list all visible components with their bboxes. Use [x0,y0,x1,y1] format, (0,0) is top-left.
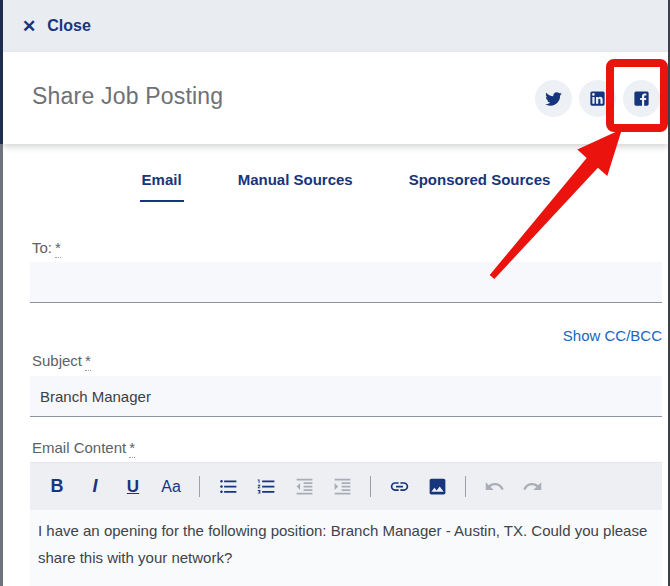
redo-icon [522,476,543,497]
close-label: Close [47,17,91,35]
indent-button[interactable] [323,468,361,506]
subject-input[interactable] [30,376,662,417]
outdent-button[interactable] [285,468,323,506]
italic-button[interactable]: I [76,468,114,506]
linkedin-share-button[interactable] [579,80,616,117]
email-body-link-line: https://app.hireology.com/offers/branch-… [38,579,654,586]
share-job-posting-modal: ✕ Close Share Job Posting [0,0,670,586]
facebook-icon [632,89,651,108]
redo-button[interactable] [513,468,551,506]
bold-button[interactable]: B [38,468,76,506]
email-content-label: Email Content* [32,439,135,456]
tab-sponsored-sources[interactable]: Sponsored Sources [407,167,553,202]
close-icon: ✕ [22,18,36,35]
image-icon [427,476,448,497]
to-input[interactable] [30,262,662,303]
linkedin-icon [588,89,607,108]
toolbar-divider [199,476,200,497]
email-body-paragraph: I have an opening for the following posi… [38,517,654,571]
bulleted-list-icon [218,476,239,497]
bulleted-list-button[interactable] [209,468,247,506]
twitter-icon [544,89,563,108]
modal-header: Share Job Posting [3,52,668,144]
subject-label: Subject* [32,352,91,369]
numbered-list-button[interactable] [247,468,285,506]
close-bar: ✕ Close [3,0,668,52]
email-content-editor: B I U Aa [30,462,662,586]
font-size-button[interactable]: Aa [152,468,190,506]
facebook-share-button[interactable] [623,80,660,117]
numbered-list-icon [256,476,277,497]
share-tabs: Email Manual Sources Sponsored Sources [30,167,662,202]
outdent-icon [294,476,315,497]
editor-toolbar: B I U Aa [30,462,662,510]
undo-button[interactable] [475,468,513,506]
to-label: To:* [32,239,61,256]
page-title: Share Job Posting [32,83,223,110]
undo-icon [484,476,505,497]
social-share-buttons [535,80,660,117]
show-cc-bcc-link[interactable]: Show CC/BCC [563,327,662,344]
underline-button[interactable]: U [114,468,152,506]
required-asterisk: * [129,439,135,458]
toolbar-divider [465,476,466,497]
close-button[interactable]: ✕ Close [22,17,91,35]
screen-edge-left [0,0,3,586]
indent-icon [332,476,353,497]
tab-manual-sources[interactable]: Manual Sources [236,167,355,202]
insert-link-button[interactable] [380,468,418,506]
insert-image-button[interactable] [418,468,456,506]
toolbar-divider [370,476,371,497]
tab-email[interactable]: Email [140,167,184,202]
email-body-textarea[interactable]: I have an opening for the following posi… [30,510,662,586]
required-asterisk: * [85,352,91,371]
required-asterisk: * [55,239,61,258]
twitter-share-button[interactable] [535,80,572,117]
link-icon [389,476,410,497]
